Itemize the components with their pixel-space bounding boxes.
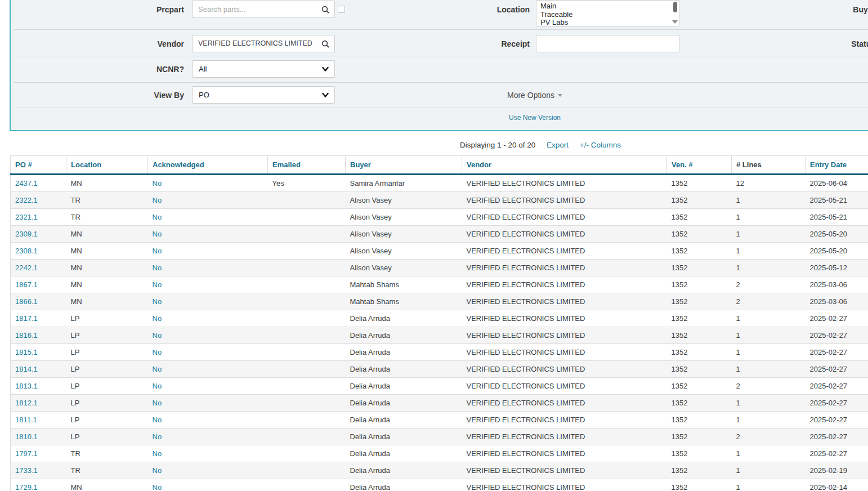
location-cell: LP: [66, 327, 148, 344]
use-new-version-link[interactable]: Use New Version: [509, 114, 561, 122]
entry-date-cell: 2025-03-06: [806, 293, 868, 310]
vendor-cell: VERIFIED ELECTRONICS LIMITED: [462, 462, 667, 479]
receipt-input[interactable]: [536, 35, 679, 52]
po-number-link[interactable]: 1729.1: [15, 483, 38, 491]
acknowledged-link[interactable]: No: [153, 466, 162, 475]
po-number-link[interactable]: 1797.1: [15, 449, 38, 458]
po-number-link[interactable]: 1814.1: [15, 365, 38, 373]
scrollbar-thumb[interactable]: [673, 2, 677, 12]
vendor-number-cell: 1352: [667, 260, 732, 276]
export-link[interactable]: Export: [547, 141, 569, 149]
po-number-link[interactable]: 2309.1: [15, 230, 38, 238]
column-header-location[interactable]: Location: [66, 156, 148, 175]
location-option[interactable]: PV Labs: [536, 19, 679, 26]
acknowledged-link[interactable]: No: [153, 264, 162, 272]
acknowledged-link[interactable]: No: [153, 213, 162, 221]
vendor-cell: VERIFIED ELECTRONICS LIMITED: [462, 479, 667, 491]
acknowledged-link[interactable]: No: [153, 449, 162, 458]
acknowledged-link[interactable]: No: [153, 314, 162, 323]
buyer-cell: Delia Arruda: [346, 378, 462, 395]
table-row: 2437.1MNNoYesSamira ArmanfarVERIFIED ELE…: [11, 175, 868, 192]
table-row: 1815.1LPNoDelia ArrudaVERIFIED ELECTRONI…: [11, 344, 868, 361]
num-lines-cell: 2: [732, 293, 806, 310]
num-lines-cell: 1: [732, 226, 806, 243]
vendor-cell: VERIFIED ELECTRONICS LIMITED: [462, 260, 667, 276]
acknowledged-link[interactable]: No: [153, 331, 162, 340]
acknowledged-link[interactable]: No: [153, 179, 162, 188]
po-number-link[interactable]: 2308.1: [15, 247, 38, 255]
acknowledged-link[interactable]: No: [153, 280, 162, 289]
vendor-search-input[interactable]: VERIFIED ELECTRONICS LIMITED: [192, 35, 335, 52]
location-option[interactable]: Traceable: [536, 11, 679, 19]
acknowledged-link[interactable]: No: [153, 365, 162, 373]
emailed-cell: [268, 445, 346, 462]
column-header-buyer[interactable]: Buyer: [346, 156, 462, 175]
emailed-cell: [268, 310, 346, 327]
entry-date-cell: 2025-03-06: [806, 276, 868, 293]
location-option[interactable]: Main: [536, 2, 679, 11]
emailed-cell: [268, 378, 346, 395]
ncnr-selected-value: All: [199, 65, 207, 73]
acknowledged-link[interactable]: No: [153, 382, 162, 390]
scroll-down-arrow-icon[interactable]: [672, 20, 678, 24]
prcpart-checkbox[interactable]: [338, 6, 345, 13]
acknowledged-link[interactable]: No: [153, 348, 162, 356]
emailed-cell: [268, 226, 346, 243]
acknowledged-link[interactable]: No: [153, 230, 162, 238]
po-number-link[interactable]: 1812.1: [15, 399, 38, 407]
po-number-link[interactable]: 1815.1: [15, 348, 38, 356]
entry-date-cell: 2025-02-27: [806, 327, 868, 344]
buyer-label: Buyer: [763, 5, 868, 14]
vendor-value: VERIFIED ELECTRONICS LIMITED: [198, 39, 312, 47]
column-header-entry-date[interactable]: Entry Date: [806, 156, 868, 175]
emailed-cell: [268, 462, 346, 479]
table-row: 1867.1MNNoMahtab ShamsVERIFIED ELECTRONI…: [11, 276, 868, 293]
prcpart-search-input[interactable]: Search parts...: [192, 1, 335, 18]
acknowledged-link[interactable]: No: [153, 483, 162, 491]
vendor-number-cell: 1352: [667, 192, 732, 209]
acknowledged-link[interactable]: No: [153, 399, 162, 407]
location-cell: LP: [66, 378, 148, 395]
po-number-link[interactable]: 1811.1: [15, 416, 37, 424]
entry-date-cell: 2025-02-14: [806, 479, 868, 491]
vendor-cell: VERIFIED ELECTRONICS LIMITED: [462, 378, 667, 395]
po-number-link[interactable]: 1816.1: [15, 331, 38, 340]
po-number-link[interactable]: 2437.1: [15, 179, 38, 188]
column-header-emailed[interactable]: Emailed: [268, 156, 346, 175]
emailed-cell: [268, 243, 346, 260]
acknowledged-link[interactable]: No: [153, 247, 162, 255]
po-number-link[interactable]: 1810.1: [15, 432, 38, 441]
po-number-link[interactable]: 1867.1: [15, 280, 38, 289]
toggle-columns-link[interactable]: +/- Columns: [580, 141, 621, 149]
entry-date-cell: 2025-02-27: [806, 378, 868, 395]
ncnr-select[interactable]: All: [192, 60, 335, 78]
po-number-link[interactable]: 1733.1: [15, 466, 38, 475]
acknowledged-link[interactable]: No: [153, 297, 162, 306]
acknowledged-link[interactable]: No: [153, 416, 162, 424]
entry-date-cell: 2025-02-27: [806, 310, 868, 327]
emailed-cell: [268, 412, 346, 428]
vendor-number-cell: 1352: [667, 361, 732, 378]
location-cell: MN: [66, 260, 148, 276]
po-number-link[interactable]: 1866.1: [15, 297, 38, 306]
table-row: 1816.1LPNoDelia ArrudaVERIFIED ELECTRONI…: [11, 327, 868, 344]
emailed-cell: [268, 327, 346, 344]
po-number-link[interactable]: 2321.1: [15, 213, 38, 221]
location-cell: MN: [66, 479, 148, 491]
entry-date-cell: 2025-05-20: [806, 226, 868, 243]
column-header-po[interactable]: PO #: [11, 156, 66, 175]
table-header-row: PO #LocationAcknowledgedEmailedBuyerVend…: [11, 156, 868, 175]
location-multiselect[interactable]: Main Traceable PV Labs: [536, 0, 679, 26]
po-number-link[interactable]: 2242.1: [15, 264, 38, 272]
column-header-acknowledged[interactable]: Acknowledged: [148, 156, 268, 175]
po-number-link[interactable]: 2322.1: [15, 196, 38, 204]
acknowledged-link[interactable]: No: [153, 432, 162, 441]
acknowledged-link[interactable]: No: [153, 196, 162, 204]
column-header-vendor[interactable]: Vendor: [462, 156, 667, 175]
po-number-link[interactable]: 1813.1: [15, 382, 38, 390]
po-number-link[interactable]: 1817.1: [15, 314, 38, 323]
column-header-ven[interactable]: Ven. #: [667, 156, 732, 175]
table-row: 1733.1TRNoDelia ArrudaVERIFIED ELECTRONI…: [11, 462, 868, 479]
emailed-cell: Yes: [268, 175, 346, 192]
more-options-toggle[interactable]: More Options: [0, 91, 868, 100]
